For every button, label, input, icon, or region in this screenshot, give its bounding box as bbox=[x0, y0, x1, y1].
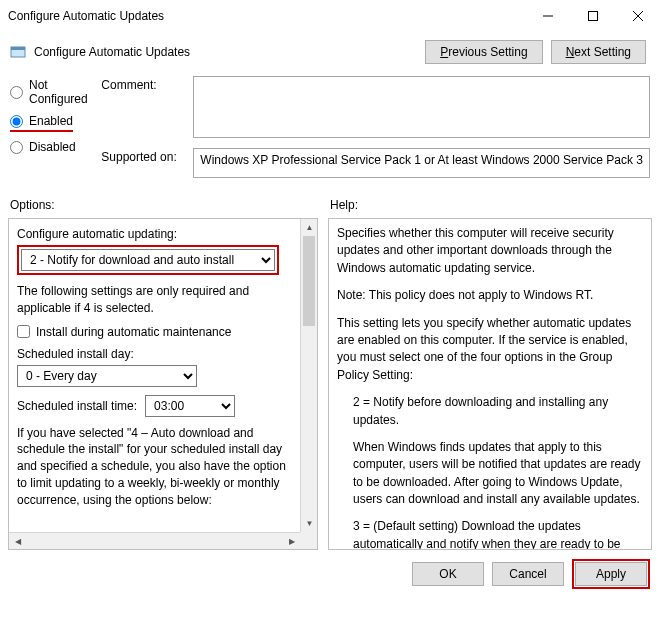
scroll-down-arrow-icon[interactable]: ▼ bbox=[301, 515, 318, 532]
header: Configure Automatic Updates Previous Set… bbox=[0, 32, 660, 68]
radio-enabled-input[interactable] bbox=[10, 115, 23, 128]
radio-disabled-input[interactable] bbox=[10, 141, 23, 154]
help-text: This setting lets you specify whether au… bbox=[337, 315, 643, 385]
supported-on-text: Windows XP Professional Service Pack 1 o… bbox=[193, 148, 650, 178]
scroll-up-arrow-icon[interactable]: ▲ bbox=[301, 219, 318, 236]
comment-label: Comment: bbox=[101, 76, 185, 92]
radio-not-configured[interactable]: Not Configured bbox=[10, 78, 91, 106]
radio-enabled-label: Enabled bbox=[29, 114, 73, 128]
install-during-maintenance-label: Install during automatic maintenance bbox=[36, 325, 231, 339]
options-note: The following settings are only required… bbox=[17, 283, 292, 317]
scheduled-install-time-label: Scheduled install time: bbox=[17, 399, 137, 413]
scheduled-install-day-label: Scheduled install day: bbox=[17, 347, 292, 361]
next-setting-button[interactable]: Next Setting bbox=[551, 40, 646, 64]
options-horizontal-scrollbar[interactable]: ◀ ▶ bbox=[9, 532, 300, 549]
options-vertical-scrollbar[interactable]: ▲ ▼ bbox=[300, 219, 317, 532]
section-labels: Options: Help: bbox=[0, 194, 660, 214]
panels: Configure automatic updating: 2 - Notify… bbox=[0, 214, 660, 554]
scroll-right-arrow-icon[interactable]: ▶ bbox=[283, 533, 300, 550]
options-label: Options: bbox=[10, 198, 320, 212]
ok-button[interactable]: OK bbox=[412, 562, 484, 586]
scroll-thumb[interactable] bbox=[303, 236, 315, 326]
help-panel: Specifies whether this computer will rec… bbox=[328, 218, 652, 550]
close-button[interactable] bbox=[615, 0, 660, 32]
dialog-footer: OK Cancel Apply bbox=[0, 554, 660, 594]
help-label: Help: bbox=[330, 198, 650, 212]
config-area: Not Configured Enabled Disabled Comment:… bbox=[0, 68, 660, 188]
comment-textbox[interactable] bbox=[193, 76, 650, 138]
options-content: Configure automatic updating: 2 - Notify… bbox=[9, 219, 300, 532]
title-bar: Configure Automatic Updates bbox=[0, 0, 660, 32]
svg-rect-1 bbox=[588, 12, 597, 21]
options-panel: Configure automatic updating: 2 - Notify… bbox=[8, 218, 318, 550]
minimize-button[interactable] bbox=[525, 0, 570, 32]
scheduled-install-day-select[interactable]: 0 - Every day bbox=[17, 365, 197, 387]
help-text: 2 = Notify before downloading and instal… bbox=[337, 394, 643, 429]
apply-button[interactable]: Apply bbox=[575, 562, 647, 586]
window-controls bbox=[525, 0, 660, 32]
help-text: Specifies whether this computer will rec… bbox=[337, 225, 643, 277]
scroll-left-arrow-icon[interactable]: ◀ bbox=[9, 533, 26, 550]
install-during-maintenance-input[interactable] bbox=[17, 325, 30, 338]
install-during-maintenance-checkbox[interactable]: Install during automatic maintenance bbox=[17, 325, 292, 339]
configure-updating-select[interactable]: 2 - Notify for download and auto install bbox=[21, 249, 275, 271]
policy-icon bbox=[10, 44, 26, 60]
maximize-button[interactable] bbox=[570, 0, 615, 32]
scroll-corner bbox=[300, 532, 317, 549]
options-long-note: If you have selected "4 – Auto download … bbox=[17, 425, 292, 509]
state-radio-group: Not Configured Enabled Disabled bbox=[10, 76, 91, 154]
radio-disabled-label: Disabled bbox=[29, 140, 76, 154]
policy-title: Configure Automatic Updates bbox=[34, 45, 417, 59]
radio-disabled[interactable]: Disabled bbox=[10, 140, 91, 154]
radio-not-configured-input[interactable] bbox=[10, 86, 23, 99]
help-text: 3 = (Default setting) Download the updat… bbox=[337, 518, 643, 550]
previous-setting-button[interactable]: Previous Setting bbox=[425, 40, 542, 64]
help-text: When Windows finds updates that apply to… bbox=[337, 439, 643, 509]
window-title: Configure Automatic Updates bbox=[8, 9, 525, 23]
radio-enabled[interactable]: Enabled bbox=[10, 114, 73, 128]
configure-updating-label: Configure automatic updating: bbox=[17, 227, 292, 241]
scheduled-install-time-select[interactable]: 03:00 bbox=[145, 395, 235, 417]
supported-on-label: Supported on: bbox=[101, 148, 185, 164]
radio-not-configured-label: Not Configured bbox=[29, 78, 91, 106]
svg-rect-5 bbox=[11, 47, 25, 50]
cancel-button[interactable]: Cancel bbox=[492, 562, 564, 586]
help-text: Note: This policy does not apply to Wind… bbox=[337, 287, 643, 304]
